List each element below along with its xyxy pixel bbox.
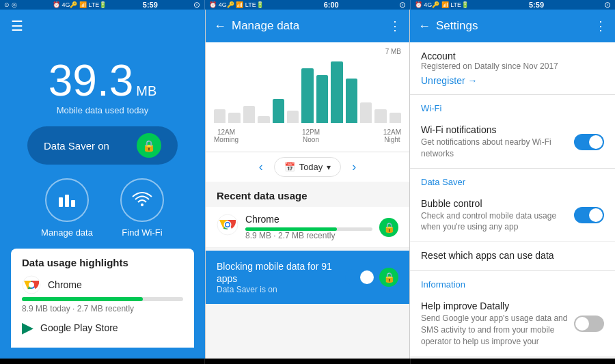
reset-apps-item[interactable]: Reset which apps can use data	[410, 242, 615, 270]
lock-icon-2: 🔒	[379, 218, 398, 237]
reset-title: Reset which apps can use data	[421, 250, 604, 261]
chart-area: 7 MB 12AM Morning	[206, 42, 409, 152]
help-improve-item: Help improve Datally Send Google your ap…	[410, 292, 615, 355]
find-wifi-button[interactable]: Find Wi-Fi	[120, 178, 164, 238]
wifi-notif-toggle[interactable]	[574, 134, 604, 150]
date-picker[interactable]: 📅 Today ▾	[274, 157, 342, 177]
nav-bar-1: ◁ ○ □	[0, 359, 205, 364]
status-icons-left3: ⏰ 4G🔑 📶 LTE🔋	[415, 1, 469, 8]
back-button-2[interactable]: ←	[214, 19, 226, 33]
blocking-banner: Blocking mobile data for 91 apps Data Sa…	[206, 251, 409, 304]
help-title: Help improve Datally	[421, 300, 569, 311]
label-noon: 12PM Noon	[302, 128, 320, 143]
chart-bars	[214, 51, 401, 126]
data-usage-display: 39.3 MB	[49, 59, 157, 102]
bubble-title: Bubble control	[421, 198, 569, 209]
chrome-data-text: 8.9 MB today · 2.7 MB recently	[22, 304, 183, 313]
bubble-control-item: Bubble control Check and control mobile …	[410, 190, 615, 242]
wifi-notif-row: Wi-Fi notifications Get notifications ab…	[421, 124, 604, 160]
data-number: 39.3	[49, 59, 134, 102]
prev-date-button[interactable]: ‹	[254, 157, 269, 177]
recent-nav-1[interactable]: □	[148, 359, 172, 365]
data-saver-toggle[interactable]: Data Saver on 🔒	[27, 126, 178, 165]
toolbar-main: ☰	[0, 10, 205, 42]
blocking-sub: Data Saver is on	[217, 285, 345, 294]
home-nav-2[interactable]: ○	[297, 359, 320, 365]
status-icons-left: ⊙ ◎	[4, 1, 17, 8]
bar-chart-icon	[45, 178, 89, 222]
menu-button-3[interactable]: ⋮	[594, 18, 607, 33]
toggle-thumb-2	[360, 270, 374, 284]
chrome-usage-info: Chrome 8.9 MB · 2.7 MB recently	[245, 214, 372, 240]
data-unit: MB	[136, 83, 156, 99]
home-nav-1[interactable]: ○	[92, 359, 115, 365]
recent-nav-3[interactable]: □	[558, 359, 582, 365]
toolbar-title-2: Manage data	[232, 19, 383, 33]
manage-data-button[interactable]: Manage data	[41, 178, 93, 238]
play-store-row[interactable]: ▶ Google Play Store	[22, 319, 183, 337]
next-date-button[interactable]: ›	[346, 157, 361, 177]
label-morning: 12AM Morning	[214, 128, 238, 143]
svg-rect-0	[59, 197, 63, 207]
info-section: Information Help improve Datally Send Go…	[410, 270, 615, 355]
status-bar-1: ⊙ ◎ ⏰ 4G🔑 📶 LTE🔋 5:59 ⊙	[0, 0, 205, 10]
toggle-track-2	[345, 269, 375, 285]
data-subtitle: Mobile data used today	[57, 105, 148, 115]
chart-labels: 12AM Morning 12PM Noon 12AM Night	[214, 126, 401, 146]
datally-icon-3: ⊙	[604, 0, 611, 10]
manage-data-label: Manage data	[41, 227, 93, 238]
home-nav-3[interactable]: ○	[502, 359, 525, 365]
card-title: Data usage highlights	[22, 257, 183, 268]
svg-point-10	[226, 223, 230, 227]
back-nav-2[interactable]: ◁	[238, 359, 264, 364]
back-nav-3[interactable]: ◁	[443, 359, 469, 364]
data-saver-label: Data Saver on	[44, 140, 109, 152]
status-icons-mid: ⏰ 4G🔑 📶 LTE🔋	[53, 1, 107, 8]
bubble-row: Bubble control Check and control mobile …	[421, 198, 604, 234]
bubble-toggle[interactable]	[574, 207, 604, 223]
wifi-notif-title: Wi-Fi notifications	[421, 124, 569, 135]
bubble-thumb	[589, 208, 603, 222]
blocking-title: Blocking mobile data for 91 apps	[217, 260, 345, 285]
date-navigation: ‹ 📅 Today ▾ ›	[206, 152, 409, 182]
chrome-progress-bar	[22, 297, 183, 301]
screen-main: ☰ 39.3 MB Mobile data used today Data Sa…	[0, 10, 205, 359]
toolbar-manage: ← Manage data ⋮	[206, 10, 409, 42]
play-store-name: Google Play Store	[40, 322, 118, 333]
chrome-name: Chrome	[48, 279, 82, 290]
wifi-notif-thumb	[589, 135, 603, 149]
bubble-sub: Check and control mobile data usage when…	[421, 210, 569, 234]
data-saver-toggle-2[interactable]: 🔒	[345, 268, 398, 287]
bubble-info: Bubble control Check and control mobile …	[421, 198, 569, 234]
nav-bar-3: ◁ ○ □	[411, 359, 615, 364]
toolbar-settings: ← Settings ⋮	[410, 10, 615, 42]
datally-icon-1: ⊙	[193, 0, 200, 10]
unregister-button[interactable]: Unregister →	[421, 75, 604, 86]
recent-nav-2[interactable]: □	[353, 359, 377, 365]
screen-manage-data: ← Manage data ⋮ 7 MB	[205, 10, 410, 359]
help-toggle[interactable]	[574, 316, 604, 332]
find-wifi-label: Find Wi-Fi	[122, 227, 162, 238]
help-row: Help improve Datally Send Google your ap…	[421, 300, 604, 347]
chrome-row[interactable]: Chrome	[22, 275, 183, 294]
nav-bar-2: ◁ ○ □	[205, 359, 410, 364]
recent-usage-title: Recent data usage	[206, 182, 409, 207]
svg-rect-1	[65, 195, 69, 207]
back-button-3[interactable]: ←	[418, 19, 430, 33]
action-buttons: Manage data Find Wi-Fi	[41, 178, 164, 238]
hamburger-icon[interactable]: ☰	[11, 18, 23, 34]
lock-icon-3: 🔒	[379, 268, 398, 287]
settings-content: Account Registered on Datally since Nov …	[410, 42, 615, 359]
calendar-icon: 📅	[284, 162, 295, 172]
menu-button-2[interactable]: ⋮	[389, 18, 401, 33]
svg-point-3	[141, 204, 144, 206]
chrome-progress-fill	[22, 297, 143, 301]
status-time-2: 6:00	[324, 1, 339, 9]
date-label: Today	[299, 162, 323, 172]
status-bar-2: ⏰ 4G🔑 📶 LTE🔋 6:00 ⊙	[205, 0, 410, 10]
chrome-usage-item[interactable]: Chrome 8.9 MB · 2.7 MB recently 🔒	[206, 207, 409, 248]
back-nav-1[interactable]: ◁	[33, 359, 59, 364]
chrome-usage-name: Chrome	[245, 214, 372, 225]
data-saver-section-header: Data Saver	[410, 169, 615, 190]
data-highlights-card: Data usage highlights Chrome	[11, 249, 194, 348]
